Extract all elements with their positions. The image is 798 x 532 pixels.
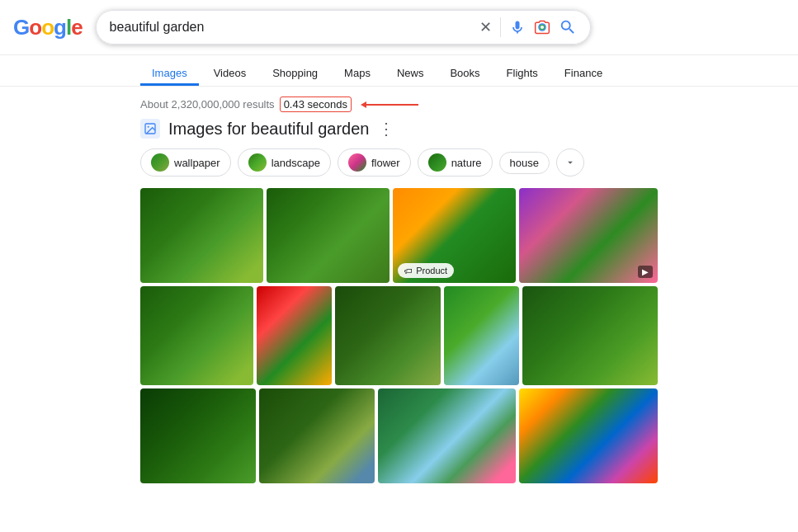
chip-label-landscape: landscape xyxy=(272,157,320,169)
nav-tabs: Images Videos Shopping Maps News Books F… xyxy=(0,55,798,87)
tab-books[interactable]: Books xyxy=(438,60,491,86)
header: Google ✕ xyxy=(0,0,798,55)
search-bar: ✕ xyxy=(96,10,591,45)
tab-finance[interactable]: Finance xyxy=(553,60,614,86)
image-cell-7[interactable] xyxy=(335,286,441,385)
image-cell-6[interactable] xyxy=(257,286,332,385)
image-row-1: 🏷 Product ▶ xyxy=(140,188,658,283)
image-row-2 xyxy=(140,286,658,385)
product-badge-label: Product xyxy=(416,266,447,275)
results-info: About 2,320,000,000 results 0.43 seconds xyxy=(0,87,798,119)
chip-thumb-wallpaper xyxy=(151,153,169,172)
arrow-indicator xyxy=(357,97,431,112)
chip-label-house: house xyxy=(510,157,539,169)
filter-chips: wallpaper landscape flower nature house xyxy=(140,148,658,177)
images-section-title: Images for beautiful garden xyxy=(168,120,370,139)
svg-point-0 xyxy=(540,25,545,30)
search-icon xyxy=(559,18,577,36)
images-section: Images for beautiful garden ⋮ wallpaper … xyxy=(0,119,798,483)
results-count: About 2,320,000,000 results xyxy=(140,98,275,111)
voice-search-button[interactable] xyxy=(509,19,526,35)
clear-button[interactable]: ✕ xyxy=(479,18,492,36)
results-time: 0.43 seconds xyxy=(280,97,352,112)
image-cell-8[interactable] xyxy=(444,286,519,385)
tab-images[interactable]: Images xyxy=(140,60,199,86)
image-row-3 xyxy=(140,388,658,483)
chip-flower[interactable]: flower xyxy=(338,148,411,177)
image-cell-1[interactable] xyxy=(140,188,263,283)
tab-news[interactable]: News xyxy=(385,60,436,86)
search-divider xyxy=(500,17,501,37)
image-cell-9[interactable] xyxy=(522,286,658,385)
image-cell-5[interactable] xyxy=(140,286,253,385)
tab-flights[interactable]: Flights xyxy=(495,60,550,86)
chip-thumb-flower xyxy=(348,153,366,172)
svg-marker-3 xyxy=(361,101,366,108)
video-play-icon: ▶ xyxy=(638,266,653,278)
chip-thumb-landscape xyxy=(248,153,267,172)
search-input[interactable] xyxy=(110,20,471,35)
image-cell-13[interactable] xyxy=(519,388,658,483)
search-button[interactable] xyxy=(559,18,577,36)
chip-house[interactable]: house xyxy=(499,152,550,174)
image-cell-11[interactable] xyxy=(259,388,375,483)
chip-wallpaper[interactable]: wallpaper xyxy=(140,148,231,177)
microphone-icon xyxy=(509,19,526,35)
more-options-button[interactable]: ⋮ xyxy=(378,119,394,139)
chip-thumb-nature xyxy=(428,153,446,172)
google-logo: Google xyxy=(13,15,83,40)
image-cell-4[interactable]: ▶ xyxy=(519,188,658,283)
chip-label-nature: nature xyxy=(451,157,482,169)
chip-nature[interactable]: nature xyxy=(418,148,493,177)
lens-button[interactable] xyxy=(534,19,550,35)
chip-landscape[interactable]: landscape xyxy=(238,148,331,177)
image-cell-2[interactable] xyxy=(267,188,390,283)
chip-label-wallpaper: wallpaper xyxy=(174,157,220,169)
image-icon xyxy=(144,122,157,135)
chip-label-flower: flower xyxy=(371,157,400,169)
image-cell-10[interactable] xyxy=(140,388,256,483)
image-cell-3[interactable]: 🏷 Product xyxy=(393,188,516,283)
chevron-down-icon xyxy=(564,157,576,168)
tab-videos[interactable]: Videos xyxy=(202,60,258,86)
product-tag-icon: 🏷 xyxy=(404,266,413,275)
expand-chips-button[interactable] xyxy=(556,148,584,177)
tab-maps[interactable]: Maps xyxy=(333,60,382,86)
images-header: Images for beautiful garden ⋮ xyxy=(140,119,658,139)
search-icons: ✕ xyxy=(479,17,577,37)
images-section-icon xyxy=(140,119,160,139)
camera-icon xyxy=(534,19,550,35)
tab-shopping[interactable]: Shopping xyxy=(261,60,329,86)
image-cell-12[interactable] xyxy=(378,388,517,483)
product-badge: 🏷 Product xyxy=(398,263,454,278)
svg-point-5 xyxy=(148,126,149,128)
